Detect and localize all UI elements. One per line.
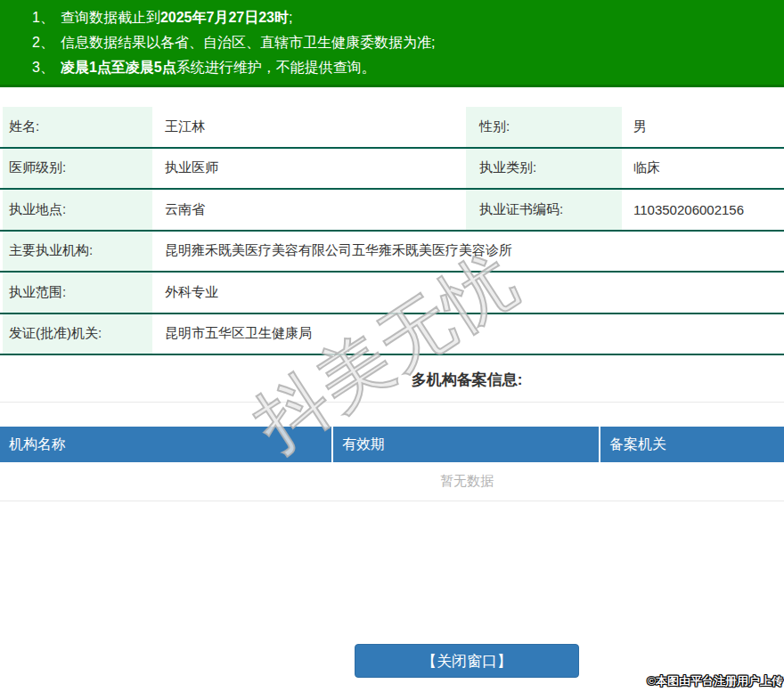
notice-text: 信息数据结果以各省、自治区、直辖市卫生健康委数据为准; <box>61 35 435 50</box>
table-row: 发证(批准)机关: 昆明市五华区卫生健康局 <box>0 314 784 356</box>
field-value-practice-location: 云南省 <box>152 190 466 230</box>
empty-data-text: 暂无数据 <box>0 462 784 501</box>
field-value-main-institution: 昆明雍禾既美医疗美容有限公司五华雍禾既美医疗美容诊所 <box>152 232 784 272</box>
notice-text: ; <box>289 10 292 25</box>
table-row: 医师级别: 执业医师 执业类别: 临床 <box>0 149 784 191</box>
notice-text-bold: 凌晨1点至凌晨5点 <box>61 60 176 75</box>
column-header-filing-authority: 备案机关 <box>600 427 784 462</box>
field-value-certificate-number: 110350206002156 <box>622 190 784 230</box>
section-gap <box>0 403 784 427</box>
notice-item: 3、凌晨1点至凌晨5点系统进行维护，不能提供查询。 <box>32 55 784 80</box>
filing-section-title: 多机构备案信息: <box>0 355 784 403</box>
field-label-name: 姓名: <box>3 107 152 147</box>
field-label-practice-scope: 执业范围: <box>3 273 152 313</box>
practitioner-info-table: 姓名: 王江林 性别: 男 医师级别: 执业医师 执业类别: 临床 执业地点: … <box>0 107 784 355</box>
notice-text: 系统进行维护，不能提供查询。 <box>176 60 376 75</box>
field-value-doctor-level: 执业医师 <box>152 149 466 189</box>
field-label-certificate-number: 执业证书编码: <box>466 190 622 230</box>
field-value-issuing-authority: 昆明市五华区卫生健康局 <box>152 314 784 354</box>
copyright-watermark: ©本图由平台注册用户上传 <box>647 673 783 689</box>
field-value-practice-scope: 外科专业 <box>152 273 784 313</box>
query-result-page: 1、查询数据截止到2025年7月27日23时; 2、信息数据结果以各省、自治区、… <box>0 0 784 678</box>
notice-number: 1、 <box>32 10 54 25</box>
table-row: 执业范围: 外科专业 <box>0 273 784 314</box>
table-row: 执业地点: 云南省 执业证书编码: 110350206002156 <box>0 190 784 232</box>
notice-banner: 1、查询数据截止到2025年7月27日23时; 2、信息数据结果以各省、自治区、… <box>0 0 784 87</box>
field-label-practice-location: 执业地点: <box>3 190 152 230</box>
notice-text-bold: 2025年7月27日23时 <box>160 10 289 25</box>
field-label-main-institution: 主要执业机构: <box>3 232 152 272</box>
field-value-gender: 男 <box>622 107 784 147</box>
notice-text: 查询数据截止到 <box>61 10 160 25</box>
field-label-issuing-authority: 发证(批准)机关: <box>3 314 152 354</box>
field-label-doctor-level: 医师级别: <box>3 149 152 189</box>
field-value-name: 王江林 <box>152 107 466 147</box>
field-label-gender: 性别: <box>466 107 622 147</box>
field-label-practice-category: 执业类别: <box>466 149 622 189</box>
notice-item: 1、查询数据截止到2025年7月27日23时; <box>32 5 784 30</box>
close-window-button[interactable]: 【关闭窗口】 <box>355 644 579 678</box>
notice-number: 3、 <box>32 60 54 75</box>
notice-number: 2、 <box>32 35 54 50</box>
column-header-institution-name: 机构名称 <box>0 427 333 462</box>
field-value-practice-category: 临床 <box>622 149 784 189</box>
table-row: 姓名: 王江林 性别: 男 <box>0 107 784 149</box>
notice-item: 2、信息数据结果以各省、自治区、直辖市卫生健康委数据为准; <box>32 30 784 55</box>
filing-table-header: 机构名称 有效期 备案机关 <box>0 427 784 462</box>
table-row: 主要执业机构: 昆明雍禾既美医疗美容有限公司五华雍禾既美医疗美容诊所 <box>0 232 784 273</box>
column-header-validity-period: 有效期 <box>333 427 600 462</box>
